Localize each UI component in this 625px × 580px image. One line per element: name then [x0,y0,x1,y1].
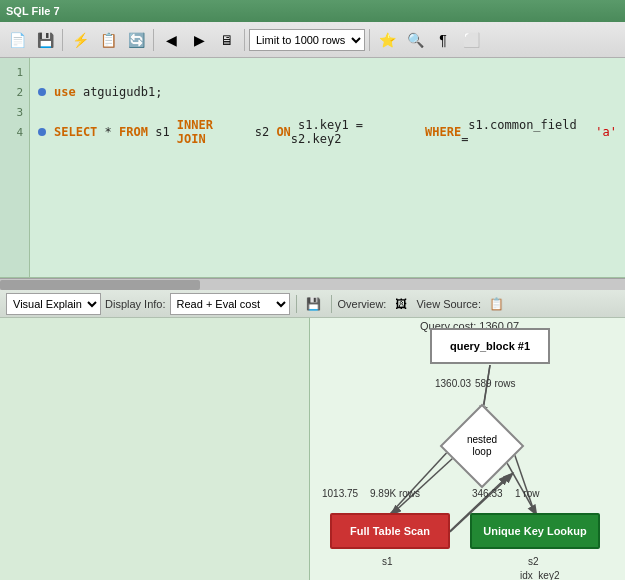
full-table-scan-node: Full Table Scan [330,513,450,549]
nested-loop-text: nested loop [467,434,497,458]
rows-label-3: 1 row [515,488,539,499]
sql-editor[interactable]: 1 2 3 4 use atguigudb1; SELECT * FROM s1… [0,58,625,278]
panel-sep2 [331,295,332,313]
sql-star: * [97,125,119,139]
view-source-label: View Source: [416,298,481,310]
sql-on-cond: s1.key1 = s2.key2 [291,118,425,146]
diagram-area: Query cost: 1360.07 query_block #1 1360.… [310,318,625,580]
next-btn[interactable]: ▶ [186,27,212,53]
sql-line-4: SELECT * FROM s1 INNER JOIN s2 ON s1.key… [38,122,617,142]
overview-label: Overview: [338,298,387,310]
title-text: SQL File 7 [6,5,60,17]
view-select[interactable]: Visual Explain [6,293,101,315]
nested-loop-node: nested loop [440,404,525,489]
line-dot-4 [38,128,46,136]
s2-label: s2 [528,556,539,567]
limit-select[interactable]: Limit to 1000 rowsLimit to 500 rowsNo Li… [249,29,365,51]
view-source-btn[interactable]: 📋 [485,293,507,315]
query-block-node: query_block #1 [430,328,550,364]
svg-line-2 [512,447,535,514]
panel-save-btn[interactable]: 💾 [303,293,325,315]
sql-where: WHERE [425,125,461,139]
explain-content: Query cost: 1360.07 query_block #1 1360.… [0,318,625,580]
sep2 [153,29,154,51]
sql-from: FROM [119,125,148,139]
star-btn[interactable]: 🖥 [214,27,240,53]
sep3 [244,29,245,51]
main-toolbar: 📄 💾 ⚡ 📋 🔄 ◀ ▶ 🖥 Limit to 1000 rowsLimit … [0,22,625,58]
sql-line-1 [38,62,617,82]
line-num-2: 2 [0,82,29,102]
line-num-4: 4 [0,122,29,142]
cost-label-1: 1360.03 [435,378,471,389]
format-btn[interactable]: ¶ [430,27,456,53]
cost-label-3: 346.33 [472,488,503,499]
sql-db-name: atguigudb1; [76,85,163,99]
line-num-1: 1 [0,62,29,82]
search-btn[interactable]: 🔍 [402,27,428,53]
panel-toolbar: Visual Explain Display Info: Read + Eval… [0,290,625,318]
display-label: Display Info: [105,298,166,310]
line-num-3: 3 [0,102,29,122]
save-btn[interactable]: 💾 [32,27,58,53]
svg-line-1 [390,447,452,514]
sql-string-val: 'a' [595,125,617,139]
sep4 [369,29,370,51]
sql-from-tables: s1 [148,125,177,139]
refresh-btn[interactable]: 🔄 [123,27,149,53]
run-btn[interactable]: ⚡ [67,27,93,53]
sep1 [62,29,63,51]
panel-sep1 [296,295,297,313]
s1-label: s1 [382,556,393,567]
rows-label-2: 9.89K rows [370,488,420,499]
idx-key2-label: idx_key2 [520,570,559,580]
h-scrollbar-thumb[interactable] [0,280,200,290]
sql-select: SELECT [54,125,97,139]
line-dot-2 [38,88,46,96]
sql-line-2: use atguigudb1; [38,82,617,102]
prev-btn[interactable]: ◀ [158,27,184,53]
bottom-panel: Visual Explain Display Info: Read + Eval… [0,290,625,580]
sql-keyword-use: use [54,85,76,99]
sql-inner-join: INNER JOIN [177,118,248,146]
sql-join-table: s2 [247,125,276,139]
unique-key-lookup-node: Unique Key Lookup [470,513,600,549]
cost-label-2: 1013.75 [322,488,358,499]
display-select[interactable]: Read + Eval cost [170,293,290,315]
left-panel [0,318,310,580]
title-bar: SQL File 7 [0,0,625,22]
sql-where-cond: s1.common_field = [461,118,595,146]
bookmark-btn[interactable]: ⭐ [374,27,400,53]
schema-btn[interactable]: ⬜ [458,27,484,53]
h-scrollbar[interactable] [0,278,625,290]
rows-label-1: 589 rows [475,378,516,389]
new-file-btn[interactable]: 📄 [4,27,30,53]
explain-btn[interactable]: 📋 [95,27,121,53]
sql-content[interactable]: use atguigudb1; SELECT * FROM s1 INNER J… [30,58,625,277]
line-numbers: 1 2 3 4 [0,58,30,277]
sql-on: ON [276,125,290,139]
overview-btn[interactable]: 🖼 [390,293,412,315]
